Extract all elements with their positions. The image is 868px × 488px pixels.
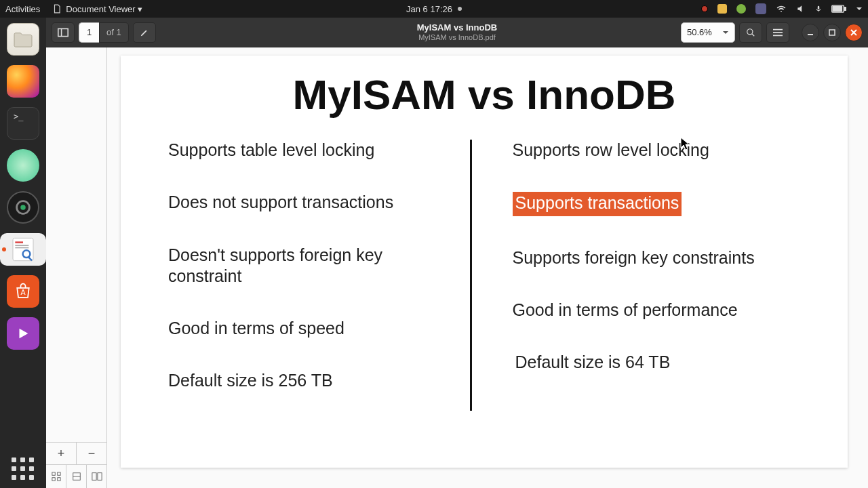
system-tray[interactable]	[701, 3, 863, 14]
search-icon	[746, 28, 755, 37]
evince-window: of 1 MyISAM vs InnoDB MyISAM vs InnoDB.p…	[46, 18, 868, 488]
page-selector: of 1	[79, 22, 129, 43]
svg-rect-3	[833, 6, 842, 11]
dock-atom[interactable]	[7, 149, 39, 182]
svg-rect-9	[15, 247, 28, 249]
hamburger-icon	[773, 28, 783, 37]
dock-media[interactable]	[7, 317, 39, 350]
minimize-icon	[807, 29, 814, 36]
page-canvas[interactable]: MyISAM vs InnoDB Supports table level lo…	[107, 47, 868, 488]
document-icon	[52, 4, 62, 14]
view-mode-grid[interactable]	[46, 465, 66, 488]
svg-line-17	[752, 33, 755, 36]
pencil-icon	[140, 28, 149, 37]
thumb-zoom-out[interactable]: −	[77, 443, 106, 464]
view-mode-outline[interactable]	[66, 465, 87, 488]
mic-icon	[815, 4, 822, 14]
svg-rect-31	[92, 473, 96, 481]
record-indicator-icon	[701, 5, 708, 12]
show-applications[interactable]	[9, 455, 37, 483]
svg-rect-0	[818, 6, 820, 9]
zoom-dropdown[interactable]: 50.6%	[681, 22, 735, 43]
svg-rect-27	[52, 478, 54, 481]
chevron-down-icon	[856, 5, 863, 12]
chevron-down-icon	[722, 29, 729, 36]
svg-rect-28	[57, 478, 60, 481]
wifi-icon	[776, 4, 787, 14]
list-item: Supports transactions	[513, 192, 801, 216]
outline-icon	[72, 472, 81, 481]
right-column: Supports row level locking Supports tran…	[472, 140, 814, 423]
sidebar-icon	[58, 28, 68, 37]
view-mode-dual[interactable]	[87, 465, 106, 488]
document-title-block: MyISAM vs InnoDB MyISAM vs InnoDB.pdf	[417, 23, 497, 42]
svg-point-11	[24, 251, 29, 257]
thumbnail-sidebar: + −	[46, 47, 107, 488]
svg-rect-8	[15, 245, 28, 246]
ubuntu-dock: >_ A	[0, 18, 46, 488]
list-item: Doesn't supports foreign key constraint	[168, 245, 456, 287]
svg-point-5	[20, 205, 26, 210]
dock-firefox[interactable]	[7, 65, 39, 98]
document-title: MyISAM vs InnoDB	[417, 23, 497, 33]
list-item: Good in terms of speed	[168, 318, 456, 339]
svg-rect-14	[58, 28, 68, 36]
maximize-icon	[829, 29, 835, 36]
activities-button[interactable]: Activities	[5, 4, 40, 14]
hamburger-menu-button[interactable]	[766, 22, 789, 43]
close-button[interactable]	[845, 24, 863, 41]
zoom-value: 50.6%	[687, 27, 712, 37]
search-button[interactable]	[739, 22, 762, 43]
page-number-input[interactable]	[79, 22, 99, 43]
dock-terminal[interactable]: >_	[7, 107, 39, 140]
document-filename: MyISAM vs InnoDB.pdf	[417, 33, 497, 42]
list-item: Supports row level locking	[513, 140, 801, 161]
svg-text:A: A	[20, 288, 25, 296]
maximize-button[interactable]	[823, 24, 841, 41]
dock-obs[interactable]	[7, 191, 39, 224]
list-item: Good in terms of performance	[513, 300, 801, 321]
pdf-page: MyISAM vs InnoDB Supports table level lo…	[121, 56, 848, 468]
grid-icon	[52, 472, 61, 481]
play-icon	[16, 326, 31, 341]
folder-icon	[13, 30, 33, 48]
dock-files[interactable]	[7, 23, 39, 56]
tray-icon	[717, 4, 727, 14]
svg-point-16	[747, 28, 753, 34]
thumb-zoom-in[interactable]: +	[46, 443, 77, 464]
battery-icon	[831, 4, 846, 14]
app-menu-label: Document Viewer ▾	[66, 4, 142, 14]
sidebar-toggle-button[interactable]	[52, 22, 75, 43]
clock[interactable]: Jan 6 17:26	[406, 4, 462, 14]
left-column: Supports table level locking Does not su…	[155, 140, 470, 423]
annotate-button[interactable]	[133, 22, 156, 43]
dock-evince[interactable]	[0, 233, 46, 266]
close-icon	[850, 29, 857, 36]
gnome-topbar: Activities Document Viewer ▾ Jan 6 17:26	[0, 0, 868, 18]
svg-rect-25	[52, 472, 54, 475]
dock-software[interactable]: A	[7, 275, 39, 308]
svg-rect-26	[57, 472, 60, 475]
lens-icon	[13, 197, 33, 218]
list-item: Default size is 64 TB	[515, 352, 801, 373]
app-menu[interactable]: Document Viewer ▾	[52, 4, 142, 14]
volume-icon	[796, 4, 806, 14]
tray-icon	[755, 3, 766, 14]
tray-icon	[736, 4, 746, 14]
evince-headerbar: of 1 MyISAM vs InnoDB MyISAM vs InnoDB.p…	[46, 18, 868, 47]
minimize-button[interactable]	[802, 24, 819, 41]
svg-rect-7	[15, 241, 23, 243]
evince-icon	[9, 236, 37, 263]
dual-page-icon	[92, 472, 102, 481]
page-total-label: of 1	[99, 22, 129, 43]
svg-rect-22	[829, 30, 835, 35]
slide-title: MyISAM vs InnoDB	[155, 73, 814, 117]
list-item: Supports foreign key constraints	[513, 247, 801, 268]
list-item: Supports table level locking	[168, 140, 456, 161]
bag-icon: A	[14, 282, 33, 301]
list-item: Does not support transactions	[168, 192, 456, 213]
svg-rect-32	[97, 473, 101, 481]
list-item: Default size is 256 TB	[168, 370, 456, 391]
svg-rect-2	[844, 7, 846, 10]
